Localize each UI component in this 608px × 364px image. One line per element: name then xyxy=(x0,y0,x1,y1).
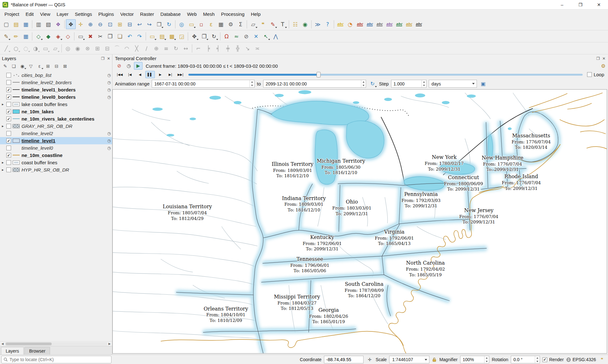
deselect-features-button[interactable]: ▫ xyxy=(196,19,206,29)
float-panel-icon[interactable]: ❐ xyxy=(596,56,600,61)
layer-visibility-checkbox[interactable]: ✓ xyxy=(6,124,11,129)
previous-frame-button[interactable]: |◀ xyxy=(125,71,135,78)
select-all-features-button[interactable]: ▩ xyxy=(167,31,177,41)
skip-to-start-button[interactable]: |◀◀ xyxy=(115,71,124,78)
spin-down-icon[interactable] xyxy=(361,84,366,88)
temporal-navigation-off-button[interactable]: ⊘ xyxy=(115,62,124,70)
delete-selected-button[interactable]: ✖ xyxy=(86,31,95,41)
layer-visibility-checkbox[interactable]: ✓ xyxy=(6,160,11,165)
spin-up-icon[interactable] xyxy=(484,356,489,360)
export-animation-button[interactable]: ▣ xyxy=(479,80,488,88)
spin-up-icon[interactable] xyxy=(422,80,426,84)
pan-to-selection-button[interactable]: ✛ xyxy=(76,19,86,29)
merge-attributes-button[interactable]: ≡ xyxy=(161,43,171,53)
open-layer-styling-button[interactable]: ✎ xyxy=(1,62,9,70)
invert-selection-button[interactable]: ◲ xyxy=(177,31,187,41)
layer-item[interactable]: ▸ ✓ timeline_level0 ◷ xyxy=(0,144,112,152)
modify-attributes-button[interactable]: ▭ xyxy=(76,31,86,41)
remove-layer-button[interactable]: ⊠ xyxy=(61,62,69,70)
float-panel-icon[interactable]: ❐ xyxy=(101,56,104,61)
new-print-layout-button[interactable]: ▥ xyxy=(34,19,43,29)
messages-icon[interactable]: ❞ xyxy=(598,356,605,363)
play-forward-button[interactable]: ▶ xyxy=(155,71,165,78)
layer-visibility-checkbox[interactable]: ✓ xyxy=(6,138,11,143)
close-button[interactable]: ✕ xyxy=(590,0,608,9)
scrollbar-track[interactable] xyxy=(5,342,107,346)
menu-item[interactable]: Raster xyxy=(137,10,157,18)
statistics-summary-button[interactable]: Σ xyxy=(236,19,245,29)
current-edits-button[interactable]: ✎ xyxy=(1,31,11,41)
scale-combo[interactable]: 1:7446107 xyxy=(389,356,429,363)
layer-item[interactable]: ▸ ✓ ne_10m_lakes ◷ xyxy=(0,108,112,115)
delete-part-button[interactable]: ⊟ xyxy=(102,43,112,53)
split-parts-button[interactable]: ∕ xyxy=(142,43,151,53)
layer-visibility-checkbox[interactable]: ✓ xyxy=(6,109,11,114)
lock-scale-icon[interactable] xyxy=(432,357,437,362)
resize-button[interactable]: ↘ xyxy=(243,43,252,53)
layer-diagram-button[interactable]: ◔ xyxy=(345,19,355,29)
loop-checkbox[interactable]: ✓ xyxy=(587,72,592,77)
expander-icon[interactable]: ▸ xyxy=(2,124,6,128)
paste-features-button[interactable]: ❏ xyxy=(115,31,125,41)
menu-item[interactable]: Help xyxy=(248,10,264,18)
spin-up-icon[interactable] xyxy=(535,356,540,360)
menu-item[interactable]: Web xyxy=(184,10,200,18)
select-features-button[interactable]: ▭ xyxy=(187,19,196,29)
menu-item[interactable]: Settings xyxy=(72,10,95,18)
layer-visibility-checkbox[interactable]: ✓ xyxy=(6,131,11,136)
layer-item[interactable]: ▸ ✓ GRAY_HR_SR_OB_DR ◷ xyxy=(0,122,112,130)
menu-item[interactable]: Vector xyxy=(117,10,137,18)
layers-horizontal-scrollbar[interactable]: ◀ ▶ xyxy=(0,341,112,346)
fill-ring-button[interactable]: ◎ xyxy=(63,43,73,53)
select-features-by-area-button[interactable]: ▭ xyxy=(147,31,157,41)
panel-tab[interactable]: Browser xyxy=(24,347,50,355)
enable-tracing-button[interactable]: ≈ xyxy=(231,31,241,41)
processing-toolbox-button[interactable]: ⚙ xyxy=(226,19,236,29)
menu-item[interactable]: Mesh xyxy=(200,10,218,18)
render-checkbox[interactable]: ✓ xyxy=(542,357,547,362)
temporal-settings-button[interactable]: ⚙ xyxy=(601,63,605,69)
zoom-to-layer-button[interactable]: ⊟ xyxy=(125,19,135,29)
rectangle-button[interactable]: ▭ xyxy=(41,43,50,53)
maximize-button[interactable]: ❐ xyxy=(571,0,590,9)
menu-item[interactable]: View xyxy=(37,10,54,18)
layer-item[interactable]: ▸ ✓ timeline_level2_borders ◷ xyxy=(0,79,112,86)
show-layout-manager-button[interactable]: ▧ xyxy=(43,19,53,29)
match-properties-button[interactable]: ≍ xyxy=(252,43,262,53)
rotate-label-button[interactable]: abc xyxy=(384,19,394,29)
layer-item[interactable]: ▸ ✓ HYP_HR_SR_OB_DR ◷ xyxy=(0,166,112,173)
panel-tab[interactable]: Layers xyxy=(1,347,24,355)
layer-visibility-checkbox[interactable]: ✓ xyxy=(6,167,11,172)
measure-button[interactable]: ▱ xyxy=(248,19,258,29)
layer-labeling-button[interactable]: abc xyxy=(335,19,345,29)
layer-item[interactable]: ▸ ✓ ne_10m_rivers_lake_centerlines ◷ xyxy=(0,115,112,122)
menu-item[interactable]: Database xyxy=(157,10,184,18)
add-group-button[interactable]: ❏ xyxy=(10,62,18,70)
metasearch-button[interactable]: ◉ xyxy=(300,19,310,29)
add-polygon-feature-button[interactable]: ◆ xyxy=(43,31,53,41)
scroll-left-icon[interactable]: ◀ xyxy=(0,342,5,345)
spin-up-icon[interactable] xyxy=(250,80,254,84)
spin-down-icon[interactable] xyxy=(250,84,254,88)
refresh-map-button[interactable]: ↻ xyxy=(164,19,174,29)
scroll-right-icon[interactable]: ▶ xyxy=(107,342,112,345)
layer-item[interactable]: ▸ ✓ ne_10m_coastline ◷ xyxy=(0,152,112,159)
move-label-button[interactable]: abc xyxy=(375,19,384,29)
vertex-tool-button[interactable]: ◇ xyxy=(63,31,73,41)
zoom-full-button[interactable]: ⊡ xyxy=(105,19,115,29)
regular-polygon-button[interactable]: ▱ xyxy=(50,43,60,53)
select-features-by-value-button[interactable]: ▤ xyxy=(157,31,167,41)
digitize-with-segment-button[interactable]: ◇ xyxy=(34,31,43,41)
scrollbar-thumb[interactable] xyxy=(6,342,52,345)
label-options-button[interactable]: abc xyxy=(414,19,424,29)
filter-by-expression-button[interactable]: ε xyxy=(35,62,43,70)
copy-and-move-features-button[interactable]: ❐ xyxy=(199,31,209,41)
range-start-value[interactable]: 1667-07-31 00:00:00 xyxy=(152,80,250,87)
fixed-range-navigation-button[interactable]: ◷ xyxy=(124,62,133,70)
animated-navigation-button[interactable]: ▶ xyxy=(134,62,142,70)
pause-button[interactable]: ▌▌ xyxy=(145,71,155,78)
step-value[interactable]: 1.000 xyxy=(391,80,421,87)
help-contents-button[interactable]: ? xyxy=(323,19,332,29)
offset-curve-button[interactable]: ◠ xyxy=(122,43,132,53)
menu-item[interactable]: Layer xyxy=(54,10,72,18)
